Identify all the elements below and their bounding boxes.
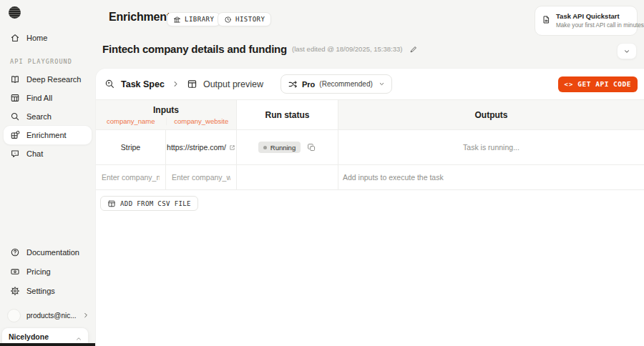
code-icon: <> (565, 81, 574, 88)
account-switcher[interactable]: products@nic... (7, 307, 88, 323)
sidebar-section-label: API PLAYGROUND (10, 58, 92, 65)
sidebar-item-label: Home (26, 34, 47, 42)
get-api-code-button[interactable]: <> GET API CODE (558, 76, 638, 92)
tab-output-preview[interactable]: Output preview (203, 79, 263, 89)
processor-note: (Recommended) (319, 80, 372, 88)
website-url: https://stripe.com/ (167, 143, 226, 152)
task-title-row: Fintech company details and funding (las… (102, 43, 418, 55)
column-company-website: company_website (166, 117, 237, 125)
avatar (7, 309, 21, 322)
sidebar-item-chat[interactable]: Chat (4, 144, 92, 163)
chat-icon (10, 149, 20, 159)
help-icon (10, 247, 20, 257)
sidebar-footer-nav: Documentation Pricing Settings (4, 242, 92, 300)
sidebar-item-documentation[interactable]: Documentation (4, 242, 92, 262)
home-icon (10, 33, 20, 43)
history-button[interactable]: HISTORY (218, 12, 271, 26)
task-name: Fintech company details and funding (102, 43, 287, 55)
library-button[interactable]: LIBRARY (167, 12, 220, 26)
chevron-down-icon (379, 81, 385, 87)
new-company-name-cell (96, 165, 166, 189)
shuffle-icon (288, 79, 298, 89)
sidebar-item-label: Settings (26, 287, 55, 295)
table-header-row: Inputs company_name company_website Run … (96, 100, 644, 130)
cell-output: Task is running... (338, 130, 644, 164)
chevron-right-icon (82, 312, 89, 319)
task-panel: Task Spec Output preview Pro (Recommende… (96, 69, 644, 346)
task-spec-icon (104, 79, 115, 89)
add-from-csv-button[interactable]: ADD FROM CSV FILE (100, 196, 198, 211)
processor-name: Pro (302, 80, 315, 89)
history-button-label: HISTORY (235, 16, 265, 23)
sidebar-item-label: Find All (26, 94, 52, 102)
table-new-row: Add inputs to execute the task (96, 165, 644, 190)
org-name: Nicelydone (9, 332, 82, 341)
sidebar-item-label: Deep Research (26, 75, 81, 84)
quickstart-title: Task API Quickstart (556, 12, 633, 20)
sidebar-nav: Home API PLAYGROUND Deep Research Find A… (4, 29, 92, 163)
external-link-icon[interactable] (229, 144, 235, 151)
task-api-quickstart-card[interactable]: Task API Quickstart Make your first API … (535, 6, 638, 36)
chevron-up-icon (75, 335, 82, 342)
column-company-name: company_name (96, 117, 166, 125)
app-window: Home API PLAYGROUND Deep Research Find A… (0, 0, 644, 346)
csv-table-icon (107, 199, 116, 208)
new-company-website-cell (166, 165, 237, 189)
run-status-header: Run status (237, 100, 338, 129)
edit-pencil-icon[interactable] (409, 45, 418, 54)
sidebar-item-label: Pricing (26, 267, 51, 276)
table-row: Stripe https://stripe.com/ Running Task … (96, 130, 644, 165)
new-run-status-cell (237, 165, 338, 189)
sidebar-item-settings[interactable]: Settings (4, 281, 92, 300)
sidebar-item-label: Chat (26, 149, 43, 158)
quickstart-subtitle: Make your first API call in minutes (556, 22, 644, 29)
sidebar-item-home[interactable]: Home (4, 29, 92, 47)
sidebar-item-label: Search (26, 112, 52, 121)
gear-icon (10, 286, 20, 296)
chevron-right-icon (172, 80, 180, 88)
add-from-csv-label: ADD FROM CSV FILE (120, 200, 191, 207)
bottom-strip (0, 343, 95, 346)
company-website-input[interactable] (166, 173, 236, 182)
inputs-header-cell: Inputs company_name company_website (96, 100, 237, 129)
output-status-text: Task is running... (463, 143, 519, 152)
new-output-cell: Add inputs to execute the task (338, 165, 644, 189)
output-preview-icon (187, 79, 197, 89)
cell-company-website: https://stripe.com/ (166, 130, 237, 164)
status-label: Running (270, 144, 296, 152)
outputs-hint: Add inputs to execute the task (338, 173, 444, 182)
sidebar-item-find-all[interactable]: Find All (4, 89, 92, 107)
collapse-button[interactable] (618, 44, 636, 59)
library-icon (173, 16, 181, 24)
get-api-code-label: GET API CODE (577, 80, 631, 88)
enrichment-icon (10, 130, 20, 140)
cell-company-name[interactable]: Stripe (96, 130, 166, 164)
sidebar-item-pricing[interactable]: Pricing (4, 262, 92, 281)
table-icon (10, 93, 20, 103)
card-icon (10, 267, 20, 277)
status-badge: Running (258, 142, 301, 153)
cell-run-status: Running (237, 130, 338, 164)
account-email: products@nic... (26, 312, 77, 320)
sidebar-item-enrichment[interactable]: Enrichment (4, 126, 92, 144)
sidebar-item-search[interactable]: Search (4, 107, 92, 126)
chevron-down-icon (623, 48, 630, 55)
library-button-label: LIBRARY (185, 16, 214, 23)
book-icon (10, 74, 20, 84)
sidebar-item-deep-research[interactable]: Deep Research (4, 70, 92, 89)
tab-task-spec[interactable]: Task Spec (121, 79, 165, 89)
copy-icon[interactable] (307, 143, 316, 152)
search-icon (10, 112, 20, 122)
page-title: Enrichment (109, 11, 170, 24)
document-icon (542, 15, 551, 24)
company-name-input[interactable] (96, 173, 165, 182)
clock-icon (224, 16, 232, 24)
sidebar: Home API PLAYGROUND Deep Research Find A… (0, 0, 95, 346)
inputs-header: Inputs (153, 105, 179, 115)
status-dot-icon (263, 146, 267, 149)
outputs-header: Outputs (338, 100, 644, 129)
sidebar-item-label: Enrichment (26, 131, 67, 139)
tab-bar: Task Spec Output preview Pro (Recommende… (96, 69, 644, 100)
brand-logo-icon[interactable] (9, 6, 21, 19)
processor-select[interactable]: Pro (Recommended) (280, 74, 392, 94)
